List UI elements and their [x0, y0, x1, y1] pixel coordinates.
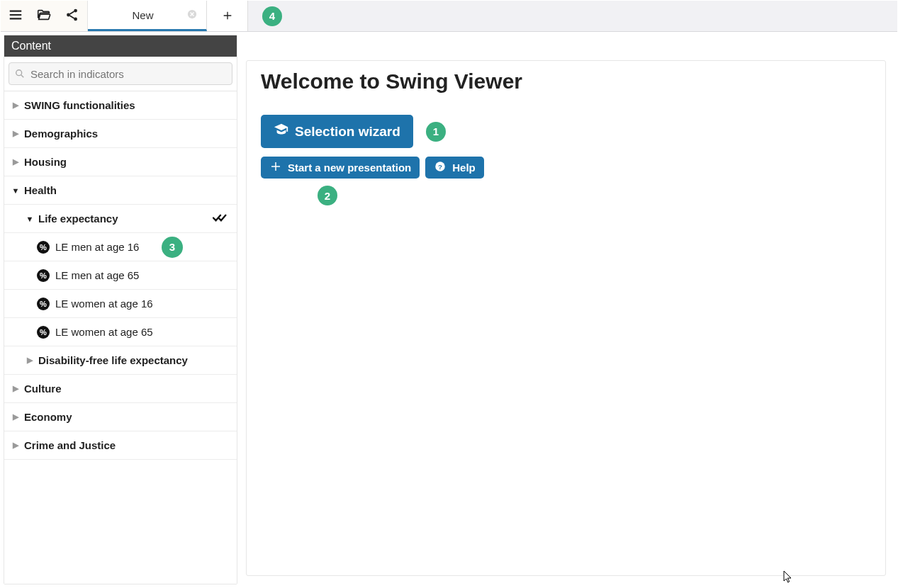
share-button[interactable] — [63, 7, 82, 26]
app-root: New 4 Content — [0, 0, 898, 588]
caret-right-icon: ▶ — [26, 356, 34, 365]
selection-wizard-button[interactable]: Selection wizard — [261, 115, 413, 148]
tree-node-health[interactable]: ▼ Health — [4, 176, 237, 205]
body-split: Content ▶ SWING functionalities ▶ Demogr… — [1, 32, 897, 587]
tree-node-economy[interactable]: ▶ Economy — [4, 403, 237, 431]
percent-icon: % — [37, 326, 50, 339]
plus-icon — [222, 7, 233, 26]
tree-node-housing[interactable]: ▶ Housing — [4, 148, 237, 176]
tree-node-demographics[interactable]: ▶ Demographics — [4, 120, 237, 148]
question-circle-icon: ? — [434, 160, 447, 175]
caret-down-icon: ▼ — [26, 215, 34, 223]
secondary-actions-row: Start a new presentation ? Help — [261, 157, 871, 179]
tab-label: New — [132, 9, 153, 21]
percent-icon: % — [37, 241, 50, 254]
tree-node-swing-functionalities[interactable]: ▶ SWING functionalities — [4, 91, 237, 120]
callout-badge-4: 4 — [262, 6, 282, 26]
tab-close-button[interactable] — [186, 9, 198, 21]
sidebar: Content ▶ SWING functionalities ▶ Demogr… — [4, 35, 237, 584]
caret-right-icon: ▶ — [11, 441, 20, 450]
callout-2-container: 2 — [318, 186, 871, 205]
caret-right-icon: ▶ — [11, 101, 20, 110]
search-wrapper[interactable] — [9, 62, 232, 85]
menu-button[interactable] — [6, 7, 25, 26]
graduation-cap-icon — [274, 122, 289, 141]
tree-node-crime-justice[interactable]: ▶ Crime and Justice — [4, 431, 237, 460]
main-area: Welcome to Swing Viewer Selection wizard… — [237, 35, 894, 584]
percent-icon: % — [37, 269, 50, 282]
tree-leaf-le-men-16[interactable]: % LE men at age 16 3 — [4, 233, 237, 261]
caret-right-icon: ▶ — [11, 412, 20, 422]
callout-badge-3: 3 — [162, 237, 183, 258]
welcome-panel: Welcome to Swing Viewer Selection wizard… — [246, 60, 886, 576]
caret-right-icon: ▶ — [11, 129, 20, 138]
svg-text:?: ? — [438, 163, 442, 171]
open-button[interactable] — [35, 7, 53, 26]
share-icon — [64, 7, 80, 25]
callout-badge-2: 2 — [318, 186, 337, 205]
search-icon — [15, 69, 25, 79]
start-presentation-button[interactable]: Start a new presentation — [261, 157, 420, 179]
sidebar-title: Content — [4, 35, 237, 57]
plus-icon — [269, 160, 282, 175]
tree-leaf-le-women-16[interactable]: % LE women at age 16 — [4, 290, 237, 318]
indicator-tree: ▶ SWING functionalities ▶ Demographics ▶… — [4, 91, 237, 584]
tab-new[interactable]: New — [88, 1, 207, 31]
new-tab-button[interactable] — [207, 1, 248, 31]
tree-leaf-le-women-65[interactable]: % LE women at age 65 — [4, 318, 237, 346]
top-toolbar: New 4 — [1, 1, 897, 32]
caret-down-icon: ▼ — [11, 186, 20, 195]
percent-icon: % — [37, 298, 50, 310]
primary-actions-row: Selection wizard 1 — [261, 115, 871, 148]
callout-badge-1: 1 — [426, 122, 446, 142]
tree-node-dfle[interactable]: ▶ Disability-free life expectancy — [4, 346, 237, 375]
close-icon — [187, 9, 197, 21]
tab-strip: New — [88, 1, 248, 31]
hamburger-icon — [8, 7, 23, 25]
tree-node-culture[interactable]: ▶ Culture — [4, 375, 237, 403]
caret-right-icon: ▶ — [11, 384, 20, 393]
page-title: Welcome to Swing Viewer — [261, 69, 871, 94]
search-input[interactable] — [29, 67, 226, 81]
help-button[interactable]: ? Help — [425, 157, 484, 179]
svg-point-4 — [16, 70, 22, 76]
tree-leaf-le-men-65[interactable]: % LE men at age 65 — [4, 261, 237, 290]
tree-node-life-expectancy[interactable]: ▼ Life expectancy — [4, 205, 237, 233]
folder-open-icon — [36, 7, 52, 25]
toolbar-left-group — [1, 1, 88, 31]
caret-right-icon: ▶ — [11, 157, 20, 166]
double-check-icon — [213, 213, 228, 225]
sidebar-search — [4, 57, 237, 91]
